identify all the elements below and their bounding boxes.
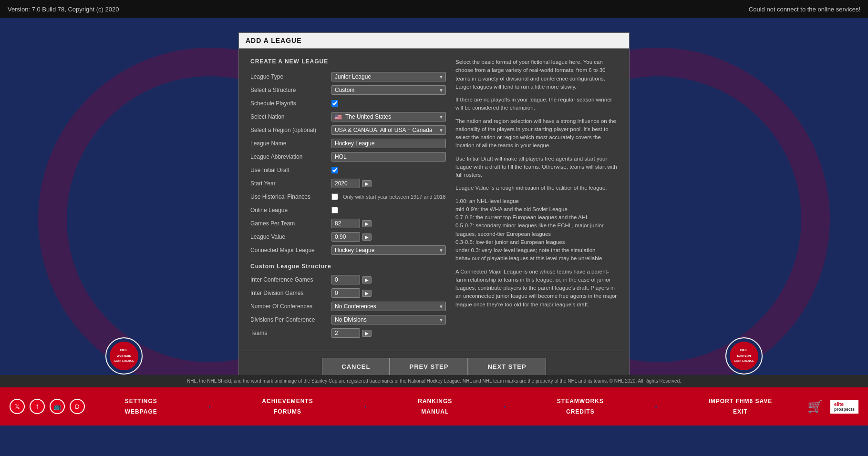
inter-conference-input[interactable] [331, 275, 360, 284]
league-value-increment-button[interactable]: ▶ [362, 233, 372, 241]
initial-draft-checkbox[interactable] [331, 167, 338, 173]
teams-control: ▶ [331, 328, 446, 338]
next-step-button[interactable]: NEXT STEP [468, 358, 546, 375]
region-select[interactable]: USA & CANADA: All of USA + Canada None [332, 126, 445, 134]
num-conferences-select[interactable]: No Conferences 1 2 [332, 302, 445, 311]
inter-conference-label: Inter Conference Games [250, 276, 331, 283]
info-p3: The nation and region selection will hav… [455, 117, 618, 150]
version-text: Version: 7.0 Build 78, Copyright (c) 202… [8, 6, 119, 13]
prev-step-button[interactable]: PREV STEP [390, 358, 468, 375]
connected-major-select-wrapper[interactable]: Hockey League None ▼ [331, 245, 446, 255]
facebook-icon[interactable]: f [30, 399, 45, 414]
import-fhm6-link[interactable]: IMPORT FHM6 SAVE [708, 398, 772, 405]
inter-division-increment-button[interactable]: ▶ [362, 290, 372, 297]
cart-icon[interactable]: 🛒 [807, 399, 823, 414]
inter-conference-increment-button[interactable]: ▶ [362, 276, 372, 284]
region-row: Select a Region (optional) USA & CANADA:… [250, 125, 446, 135]
copyright-text: NHL, the NHL Shield, and the word mark a… [187, 378, 681, 384]
nation-select[interactable]: The United States Canada [332, 112, 445, 121]
nation-row: Select Nation 🇺🇸 The United States Canad… [250, 111, 446, 122]
league-value-row: League Value ▶ [250, 232, 446, 242]
divisions-per-conf-select[interactable]: No Divisions 1 2 [332, 315, 445, 324]
num-conferences-label: Number Of Conferences [250, 303, 331, 310]
inter-division-label: Inter Division Games [250, 290, 331, 296]
games-per-team-wrapper: ▶ [331, 219, 372, 228]
info-p5: League Value is a rough indication of th… [455, 184, 618, 192]
settings-link[interactable]: SETTINGS [125, 398, 157, 405]
forums-link[interactable]: FORUMS [274, 408, 301, 415]
webpage-link[interactable]: WEBPAGE [125, 408, 157, 415]
nav-column-steamworks: STEAMWORKS CREDITS [557, 398, 604, 415]
form-section: CREATE A NEW LEAGUE League Type Junior L… [250, 58, 446, 341]
right-logos: 🛒 elite prospects [807, 399, 858, 414]
league-value-wrapper: ▶ [331, 232, 372, 242]
inter-conference-wrapper: ▶ [331, 275, 372, 284]
league-abbrev-control [331, 152, 446, 162]
nav-dot-1: ● [208, 405, 211, 409]
divisions-per-conf-select-wrapper[interactable]: No Divisions 1 2 ▼ [331, 315, 446, 324]
games-per-team-control: ▶ [331, 219, 446, 228]
league-type-select-wrapper[interactable]: Junior League Hockey League ▼ [331, 72, 446, 81]
top-bar: Version: 7.0 Build 78, Copyright (c) 202… [0, 0, 868, 18]
num-conferences-control: No Conferences 1 2 ▼ [331, 302, 446, 311]
league-value-input[interactable] [331, 232, 360, 242]
connection-error: Could not connect to the online services… [749, 6, 860, 13]
structure-select[interactable]: Custom Standard [332, 86, 445, 94]
num-conferences-select-wrapper[interactable]: No Conferences 1 2 ▼ [331, 302, 446, 311]
historical-finances-control: Only with start year between 1917 and 20… [331, 193, 446, 200]
playoffs-checkbox[interactable] [331, 100, 338, 107]
initial-draft-label: Use Initial Draft [250, 167, 331, 173]
nav-dot-3: ● [504, 405, 506, 409]
league-type-select[interactable]: Junior League Hockey League [332, 72, 445, 81]
league-type-control: Junior League Hockey League ▼ [331, 72, 446, 81]
playoffs-control [331, 100, 446, 107]
achievements-link[interactable]: ACHIEVEMENTS [262, 398, 313, 405]
online-league-control [331, 207, 446, 213]
nav-dot-2: ● [364, 405, 367, 409]
start-year-increment-button[interactable]: ▶ [362, 180, 372, 187]
start-year-input[interactable] [331, 179, 360, 188]
league-name-input[interactable] [331, 139, 446, 148]
structure-select-wrapper[interactable]: Custom Standard ▼ [331, 85, 446, 95]
historical-finances-helper: Only with start year between 1917 and 20… [343, 194, 445, 200]
teams-increment-button[interactable]: ▶ [362, 330, 372, 337]
svg-text:CONFERENCE: CONFERENCE [114, 359, 134, 362]
online-league-checkbox[interactable] [331, 207, 338, 213]
historical-finances-checkbox[interactable] [331, 193, 338, 200]
twitter-icon[interactable]: 𝕏 [10, 399, 25, 414]
manual-link[interactable]: MANUAL [421, 408, 449, 415]
inter-division-row: Inter Division Games ▶ [250, 288, 446, 298]
connected-major-select[interactable]: Hockey League None [332, 246, 445, 254]
playoffs-row: Schedule Playoffs [250, 98, 446, 109]
league-value-line-4: 0.5-0.7: secondary minor leagues like th… [455, 222, 618, 238]
create-league-title: CREATE A NEW LEAGUE [250, 58, 446, 65]
league-abbrev-input[interactable] [331, 152, 446, 162]
region-select-wrapper[interactable]: USA & CANADA: All of USA + Canada None ▼ [331, 125, 446, 135]
region-label: Select a Region (optional) [250, 127, 331, 133]
exit-link[interactable]: EXIT [733, 408, 748, 415]
rankings-link[interactable]: RANKINGS [418, 398, 452, 405]
league-name-control [331, 139, 446, 148]
modal-dialog: ADD A LEAGUE CREATE A NEW LEAGUE League … [238, 32, 630, 383]
league-name-row: League Name [250, 138, 446, 149]
credits-link[interactable]: CREDITS [566, 408, 595, 415]
steamworks-link[interactable]: STEAMWORKS [557, 398, 604, 405]
nav-column-achievements: ACHIEVEMENTS FORUMS [262, 398, 313, 415]
cancel-button[interactable]: CANCEL [322, 358, 390, 375]
num-conferences-row: Number Of Conferences No Conferences 1 2… [250, 301, 446, 312]
games-per-team-increment-button[interactable]: ▶ [362, 220, 372, 227]
teams-input[interactable] [331, 328, 360, 338]
modal-header: ADD A LEAGUE [239, 33, 629, 49]
league-value-line-6: under 0.3: very low-level leagues; note … [455, 246, 618, 263]
discord-icon[interactable]: D [70, 399, 85, 414]
connected-major-row: Connected Major League Hockey League Non… [250, 245, 446, 255]
connected-major-label: Connected Major League [250, 247, 331, 253]
nation-select-wrapper[interactable]: 🇺🇸 The United States Canada ▼ [331, 112, 446, 122]
inter-division-input[interactable] [331, 288, 360, 298]
league-value-control: ▶ [331, 232, 446, 242]
twitch-icon[interactable]: 📺 [50, 399, 65, 414]
nation-label: Select Nation [250, 113, 331, 120]
games-per-team-input[interactable] [331, 219, 360, 228]
svg-text:EASTERN: EASTERN [737, 355, 751, 357]
social-icons: 𝕏 f 📺 D [10, 399, 85, 414]
